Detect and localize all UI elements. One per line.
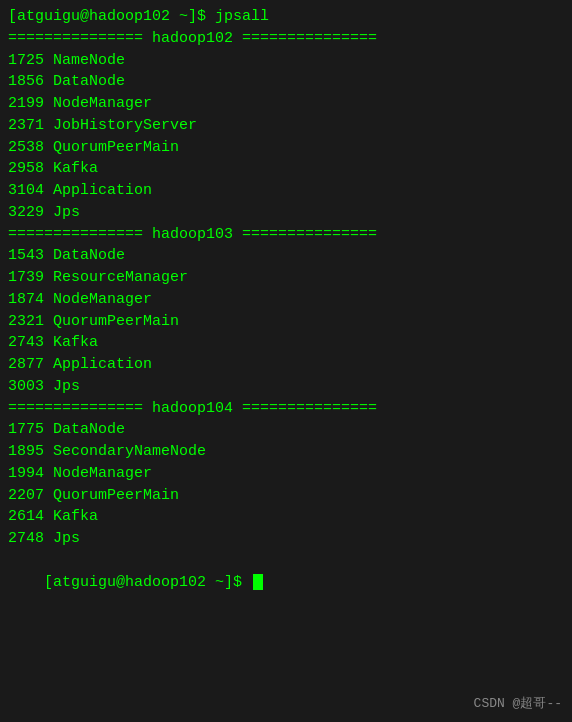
- initial-prompt: [atguigu@hadoop102 ~]$ jpsall: [8, 6, 564, 28]
- process-line: 1739 ResourceManager: [8, 267, 564, 289]
- final-prompt[interactable]: [atguigu@hadoop102 ~]$: [8, 550, 564, 615]
- process-line: 2743 Kafka: [8, 332, 564, 354]
- cursor-block: [253, 574, 263, 590]
- process-line: 2538 QuorumPeerMain: [8, 137, 564, 159]
- process-line: 2877 Application: [8, 354, 564, 376]
- process-line: 1895 SecondaryNameNode: [8, 441, 564, 463]
- process-line: 2207 QuorumPeerMain: [8, 485, 564, 507]
- process-line: 3229 Jps: [8, 202, 564, 224]
- process-line: 3003 Jps: [8, 376, 564, 398]
- process-line: 2199 NodeManager: [8, 93, 564, 115]
- process-line: 2371 JobHistoryServer: [8, 115, 564, 137]
- process-line: 2321 QuorumPeerMain: [8, 311, 564, 333]
- separator-hadoop104: =============== hadoop104 ==============…: [8, 398, 564, 420]
- process-line: 2748 Jps: [8, 528, 564, 550]
- process-line: 1856 DataNode: [8, 71, 564, 93]
- separator-hadoop103: =============== hadoop103 ==============…: [8, 224, 564, 246]
- process-line: 2958 Kafka: [8, 158, 564, 180]
- separator-hadoop102: =============== hadoop102 ==============…: [8, 28, 564, 50]
- process-line: 1994 NodeManager: [8, 463, 564, 485]
- process-line: 1874 NodeManager: [8, 289, 564, 311]
- process-line: 1725 NameNode: [8, 50, 564, 72]
- process-line: 2614 Kafka: [8, 506, 564, 528]
- watermark: CSDN @超哥--: [474, 694, 562, 712]
- process-line: 3104 Application: [8, 180, 564, 202]
- process-line: 1775 DataNode: [8, 419, 564, 441]
- process-line: 1543 DataNode: [8, 245, 564, 267]
- terminal-window: [atguigu@hadoop102 ~]$ jpsall ==========…: [0, 0, 572, 722]
